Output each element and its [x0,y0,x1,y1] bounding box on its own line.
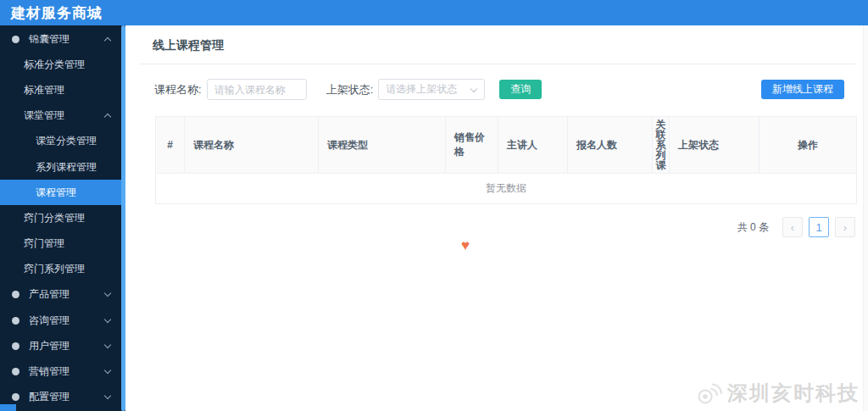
sidebar-item[interactable]: 用户管理 [0,333,125,358]
sidebar-item-label: 咨询管理 [29,314,70,328]
weibo-watermark-icon [697,381,724,405]
sidebar-item-label: 窍门管理 [24,236,64,251]
status-select[interactable]: 请选择上架状态 [378,79,485,100]
heart-icon: ♥ [461,237,470,254]
chevron-down-icon [104,392,111,399]
course-name-label: 课程名称: [154,82,202,97]
sidebar-item[interactable]: 系列课程管理 [0,154,125,180]
sidebar-item-label: 系列课程管理 [36,160,97,175]
column-header: 课程类型 [319,117,446,174]
sidebar-item-label: 锦囊管理 [29,32,70,47]
prev-icon: ‹ [791,221,794,234]
sidebar-item-label: 窍门分类管理 [24,211,85,225]
column-header: 关联系列课 [653,117,670,174]
watermark: 深圳亥时科技 [697,380,860,407]
empty-text: 暂无数据 [156,174,857,204]
sidebar-item-label: 配置管理 [29,390,70,404]
sidebar-item[interactable]: 窍门分类管理 [0,205,125,230]
sidebar-item-label: 课程管理 [36,186,76,200]
menu-dot-icon [12,36,19,43]
search-button[interactable]: 查询 [499,80,542,99]
column-header: 报名人数 [568,117,653,174]
sidebar-scroll-corner [0,404,16,411]
title-divider [139,64,855,64]
chevron-down-icon [470,86,477,92]
app-title: 建材服务商城 [11,3,103,23]
sidebar-item[interactable]: 标准分类管理 [0,52,125,77]
sidebar-item-label: 产品管理 [29,287,70,302]
table-header-row: #课程名称课程类型销售价格主讲人报名人数关联系列课上架状态操作 [156,117,857,174]
column-header: 操作 [760,117,857,174]
sidebar-item[interactable]: 锦囊管理 [0,26,125,52]
watermark-text: 深圳亥时科技 [727,380,860,407]
sidebar: 锦囊管理标准分类管理标准管理课堂管理课堂分类管理系列课程管理课程管理窍门分类管理… [0,25,125,411]
status-select-placeholder: 请选择上架状态 [386,82,457,97]
status-label: 上架状态: [326,82,374,97]
pagination: 共 0 条 ‹ 1 › [125,217,855,237]
chevron-up-icon [104,114,111,120]
menu-dot-icon [12,393,19,401]
sidebar-item-label: 窍门系列管理 [24,262,85,276]
course-table-wrap: #课程名称课程类型销售价格主讲人报名人数关联系列课上架状态操作 暂无数据 [155,116,857,204]
main-content: 线上课程管理 课程名称: 上架状态: 请选择上架状态 查询 新增线上课程 #课程… [125,25,868,411]
add-course-button[interactable]: 新增线上课程 [761,80,844,99]
sidebar-item-label: 标准分类管理 [24,58,85,72]
menu-dot-icon [12,317,19,325]
app-window: 建材服务商城 锦囊管理标准分类管理标准管理课堂管理课堂分类管理系列课程管理课程管… [0,0,868,411]
sidebar-item[interactable]: 课程管理 [0,180,125,205]
sidebar-item[interactable]: 窍门管理 [0,231,125,257]
sidebar-item[interactable]: 标准管理 [0,77,125,103]
column-header: 销售价格 [446,117,498,174]
menu-dot-icon [12,368,19,375]
chevron-down-icon [104,315,111,322]
column-header: 主讲人 [498,117,568,174]
next-page-button[interactable]: › [835,217,855,237]
sidebar-item[interactable]: 咨询管理 [0,308,125,333]
sidebar-menu: 锦囊管理标准分类管理标准管理课堂管理课堂分类管理系列课程管理课程管理窍门分类管理… [0,26,125,411]
sidebar-item[interactable]: 营销管理 [0,358,125,384]
sidebar-item[interactable]: 课堂分类管理 [0,129,125,154]
sidebar-item-label: 用户管理 [29,339,70,353]
sidebar-item[interactable]: 产品管理 [0,282,125,308]
sidebar-item[interactable]: 配置管理 [0,385,125,410]
chevron-down-icon [104,367,111,374]
course-name-input[interactable] [207,79,307,100]
filter-bar: 课程名称: 上架状态: 请选择上架状态 查询 新增线上课程 [154,79,844,100]
sidebar-item-label: 课堂分类管理 [36,134,97,148]
total-count: 共 0 条 [737,220,769,235]
next-icon: › [843,221,847,234]
menu-dot-icon [12,342,19,350]
page-number-button[interactable]: 1 [809,217,829,237]
sidebar-item[interactable]: 课堂管理 [0,103,125,129]
menu-dot-icon [12,291,19,298]
column-header: # [156,117,185,174]
chevron-down-icon [104,342,111,348]
chevron-down-icon [104,290,111,297]
page-title: 线上课程管理 [153,38,868,53]
column-header: 上架状态 [670,117,760,174]
table-empty-row: 暂无数据 [156,174,857,204]
top-bar: 建材服务商城 [0,0,868,25]
course-table: #课程名称课程类型销售价格主讲人报名人数关联系列课上架状态操作 暂无数据 [155,116,857,204]
sidebar-item-label: 课堂管理 [24,108,64,123]
sidebar-item-label: 营销管理 [29,364,70,379]
sidebar-item-label: 标准管理 [24,83,64,97]
prev-page-button[interactable]: ‹ [782,217,803,237]
sidebar-item[interactable]: 窍门系列管理 [0,257,125,282]
column-header: 课程名称 [185,117,319,174]
chevron-up-icon [104,36,111,43]
page-scrollbar[interactable] [863,25,868,411]
